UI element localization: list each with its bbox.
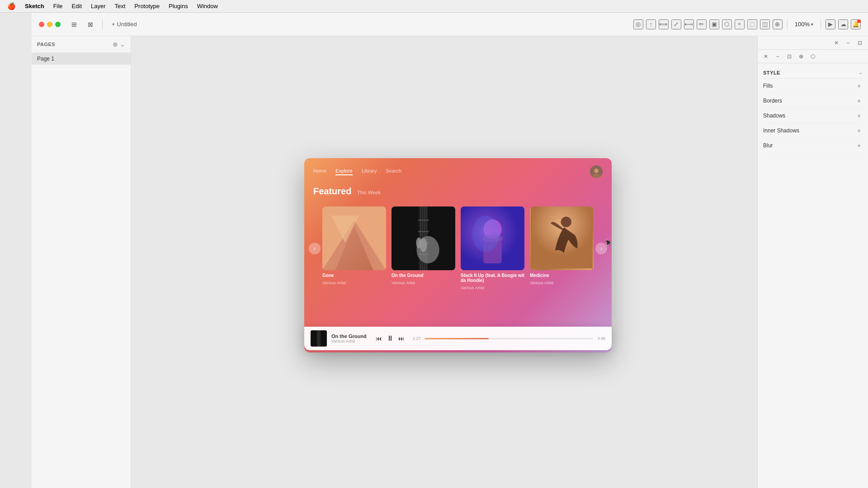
card-ground[interactable]: On the Ground Various Artist (392, 206, 455, 285)
player-progress[interactable]: 1:27 3:48 (413, 336, 605, 341)
shadows-label: Shadows (763, 113, 785, 119)
progress-track[interactable] (425, 338, 594, 339)
panel-align-r-icon[interactable]: ⊕ (797, 52, 806, 61)
panel-link-icon[interactable]: ⬡ (808, 52, 817, 61)
menu-window[interactable]: Window (197, 3, 218, 9)
resize-button[interactable]: ⤢ (671, 19, 681, 29)
card-ground-artist: Various Artist (392, 281, 455, 285)
pages-header: Pages ⊕ ⌄ (32, 36, 131, 53)
component-button[interactable]: ⬡ (722, 19, 732, 29)
focus-button[interactable]: ◎ (633, 19, 643, 29)
new-artboard-button[interactable]: + Untitled (108, 19, 141, 29)
panel-back-icon[interactable]: ✕ (761, 52, 770, 61)
card-stack-artist: Various Artist (461, 286, 524, 290)
panel-align-l-icon[interactable]: ⊡ (785, 52, 794, 61)
nav-search[interactable]: Search (386, 168, 401, 175)
card-gone-artist: Various Artist (322, 281, 386, 285)
card-gone-image (322, 206, 386, 270)
page-1-item[interactable]: Page 1 (32, 53, 131, 65)
progress-fill (425, 338, 489, 339)
player-info: On the Ground Various Artist (331, 333, 368, 343)
pages-chevron-icon[interactable]: ⌄ (120, 41, 125, 48)
style-label: STYLE (763, 70, 780, 75)
frame-button[interactable]: ▣ (709, 19, 719, 29)
align-button[interactable]: ⟺ (659, 19, 669, 29)
next-track-button[interactable]: ⏭ (398, 335, 405, 342)
borders-add-icon[interactable]: + (855, 97, 863, 104)
notification-button[interactable]: 🔔 (851, 19, 861, 29)
nav-explore[interactable]: Explore (335, 168, 352, 175)
pen-button[interactable]: ✏ (697, 19, 707, 29)
player-track-name: On the Ground (331, 333, 368, 339)
menu-plugins[interactable]: Plugins (169, 3, 188, 9)
traffic-lights (39, 22, 61, 27)
menu-prototype[interactable]: Prototype (134, 3, 160, 9)
panel-expand-icon[interactable]: ⊡ (855, 38, 864, 47)
blur-add-icon[interactable]: + (855, 142, 863, 149)
card-stack-title: Stack It Up (feat. A Boogie wit da Hoodi… (461, 273, 524, 283)
card-stack[interactable]: Stack It Up (feat. A Boogie wit da Hoodi… (461, 206, 524, 290)
user-avatar[interactable] (590, 165, 603, 178)
close-button[interactable] (39, 22, 44, 27)
minimize-button[interactable] (47, 22, 52, 27)
panel-close-icon[interactable]: ✕ (832, 38, 841, 47)
cloud-button[interactable]: ☁ (838, 19, 848, 29)
shadows-add-icon[interactable]: + (855, 112, 863, 119)
style-chevron-icon[interactable]: ⌄ (859, 70, 863, 75)
panel-toggle-button[interactable]: ⊞ (68, 18, 80, 31)
menu-edit[interactable]: Edit (72, 3, 82, 9)
inner-shadows-row[interactable]: Inner Shadows + (763, 123, 863, 138)
nav-home[interactable]: Home (313, 168, 326, 175)
style-section: STYLE ⌄ Fills + Borders + Shadows + Inne… (758, 63, 868, 157)
featured-subtitle: This Week (357, 190, 381, 195)
borders-row[interactable]: Borders + (763, 94, 863, 108)
nav-library[interactable]: Library (362, 168, 377, 175)
zoom-control[interactable]: 100% ▾ (792, 20, 816, 28)
shadows-row[interactable]: Shadows + (763, 108, 863, 123)
menu-file[interactable]: File (53, 3, 63, 9)
player-thumbnail (311, 330, 327, 347)
panel-minus-icon[interactable]: − (844, 38, 853, 47)
mask-button[interactable]: ◫ (760, 19, 770, 29)
play-button[interactable]: ▶ (826, 19, 835, 29)
menu-sketch[interactable]: Sketch (25, 3, 44, 9)
main-layout: Pages ⊕ ⌄ Page 1 Home Explore Library Se (32, 36, 868, 488)
prev-arrow[interactable]: ‹ (309, 243, 321, 254)
svg-point-23 (472, 216, 499, 252)
fills-row[interactable]: Fills + (763, 79, 863, 94)
canvas-area[interactable]: Home Explore Library Search Featured (131, 36, 757, 488)
blur-row[interactable]: Blur + (763, 138, 863, 153)
menu-text[interactable]: Text (115, 3, 126, 9)
style-header[interactable]: STYLE ⌄ (763, 67, 863, 79)
featured-title: Featured (313, 186, 351, 196)
toolbar-separator (102, 20, 103, 29)
toolbar: ⊞ ⊠ + Untitled ◎ ↑ ⟺ ⤢ ⟻ ✏ ▣ ⬡ ⚬ ⬚ ◫ ⊕ 1… (32, 13, 868, 36)
upload-button[interactable]: ↑ (646, 19, 656, 29)
panel-icons-row: ✕ − ⊡ ⊕ ⬡ (758, 50, 868, 63)
add-page-icon[interactable]: ⊕ (113, 41, 118, 48)
card-medicine[interactable]: Medicine Various Artist (530, 206, 594, 285)
maximize-button[interactable] (55, 22, 61, 27)
transform-button[interactable]: ⟻ (684, 19, 694, 29)
blur-label: Blur (763, 142, 773, 149)
card-medicine-image (530, 206, 594, 270)
panel-fwd-icon[interactable]: − (773, 52, 782, 61)
card-gone[interactable]: Gone Various Artist (322, 206, 386, 285)
pause-button[interactable]: ⏸ (387, 334, 394, 343)
group-button[interactable]: ⬚ (747, 19, 757, 29)
inner-shadows-add-icon[interactable]: + (855, 127, 863, 134)
fills-add-icon[interactable]: + (855, 82, 863, 89)
grid-button[interactable]: ⊠ (84, 18, 97, 31)
menu-layer[interactable]: Layer (91, 3, 106, 9)
toolbar-right: ◎ ↑ ⟺ ⤢ ⟻ ✏ ▣ ⬡ ⚬ ⬚ ◫ ⊕ 100% ▾ ▶ ☁ 🔔 (633, 19, 861, 29)
borders-label: Borders (763, 98, 782, 104)
next-arrow[interactable]: › (595, 243, 607, 254)
svg-point-17 (416, 237, 421, 248)
prev-track-button[interactable]: ⏮ (376, 335, 382, 342)
plus-icon: + (112, 21, 115, 28)
apple-menu[interactable]: 🍎 (7, 2, 16, 10)
share-button[interactable]: ⊕ (773, 19, 783, 29)
link-button[interactable]: ⚬ (735, 19, 745, 29)
player-bar: On the Ground Various Artist ⏮ ⏸ ⏭ 1:27 … (304, 327, 612, 350)
featured-section: Featured This Week (304, 182, 612, 201)
